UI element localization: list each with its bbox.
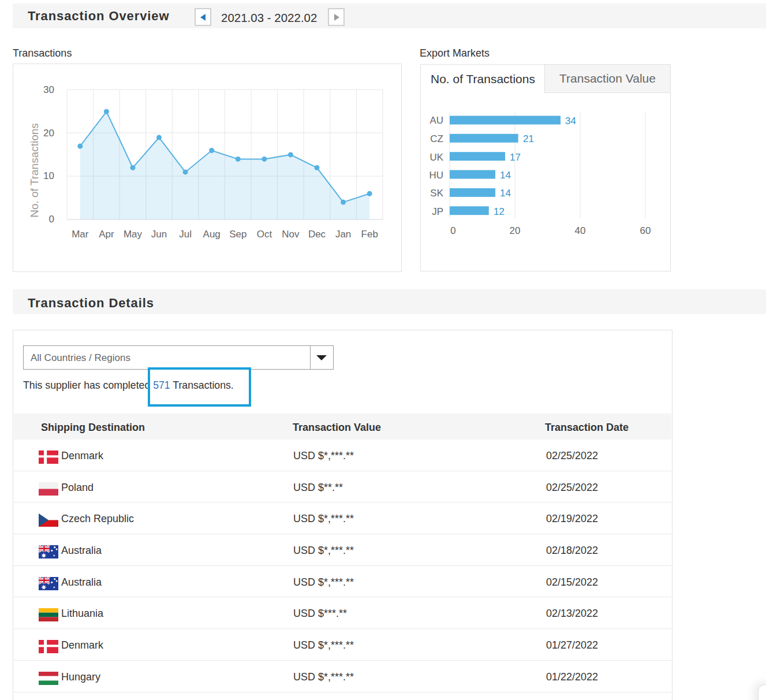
svg-text:Jun: Jun <box>151 229 167 240</box>
svg-text:Jul: Jul <box>179 229 192 240</box>
svg-text:Apr: Apr <box>99 229 114 240</box>
svg-text:Aug: Aug <box>203 229 221 240</box>
svg-text:21: 21 <box>523 133 534 144</box>
svg-text:HU: HU <box>429 170 443 181</box>
svg-text:20: 20 <box>43 128 54 139</box>
svg-text:Mar: Mar <box>72 229 89 240</box>
svg-text:Dec: Dec <box>308 229 326 240</box>
svg-text:UK: UK <box>429 152 443 163</box>
svg-text:12: 12 <box>494 206 505 217</box>
svg-text:14: 14 <box>500 170 511 181</box>
svg-text:20: 20 <box>510 225 521 236</box>
svg-text:14: 14 <box>500 188 511 199</box>
svg-text:Jan: Jan <box>335 229 351 240</box>
svg-text:CZ: CZ <box>430 133 443 144</box>
svg-text:SK: SK <box>430 188 443 199</box>
svg-text:17: 17 <box>510 152 521 163</box>
svg-text:34: 34 <box>565 116 576 126</box>
svg-text:30: 30 <box>43 84 54 95</box>
svg-text:10: 10 <box>43 170 54 181</box>
svg-text:40: 40 <box>575 225 586 236</box>
svg-text:AU: AU <box>429 115 443 126</box>
svg-text:60: 60 <box>640 225 651 236</box>
svg-text:0: 0 <box>49 214 54 225</box>
svg-text:JP: JP <box>432 206 443 217</box>
svg-text:Feb: Feb <box>361 229 378 240</box>
svg-text:Nov: Nov <box>282 229 300 240</box>
svg-text:No. of Transactions: No. of Transactions <box>28 123 40 218</box>
svg-text:0: 0 <box>450 225 455 236</box>
svg-text:Sep: Sep <box>229 229 246 240</box>
svg-text:Oct: Oct <box>257 229 272 240</box>
svg-text:May: May <box>124 229 143 240</box>
